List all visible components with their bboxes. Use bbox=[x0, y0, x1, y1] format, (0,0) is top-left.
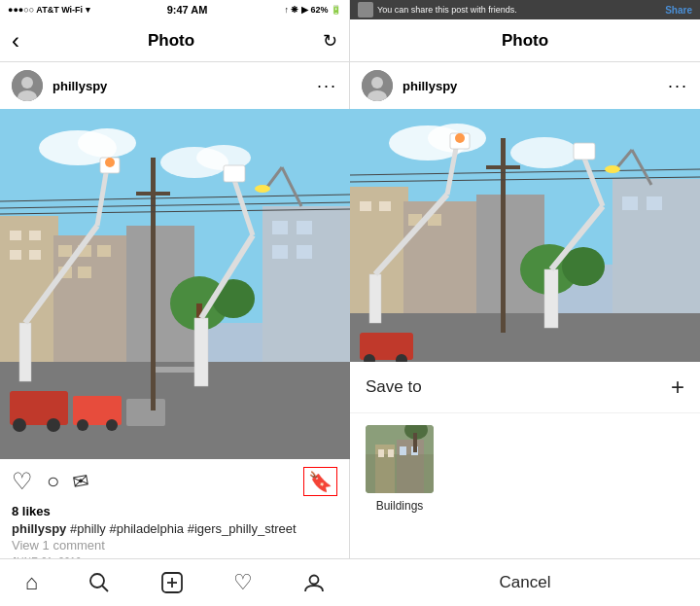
post-header-right: phillyspy ··· bbox=[350, 62, 700, 109]
collections-row: Buildings bbox=[350, 413, 700, 524]
svg-point-34 bbox=[77, 419, 88, 431]
svg-rect-36 bbox=[126, 399, 165, 426]
svg-point-27 bbox=[212, 279, 255, 318]
svg-rect-24 bbox=[297, 245, 312, 259]
avatar-right[interactable] bbox=[362, 70, 393, 101]
action-bar-left: ♡ ○ ✉ 🔖 bbox=[0, 459, 349, 504]
svg-point-1 bbox=[21, 77, 33, 89]
notification-thumbnail bbox=[358, 2, 373, 18]
svg-rect-47 bbox=[194, 318, 208, 386]
svg-rect-84 bbox=[486, 165, 520, 169]
nav-bar-left: ‹ Photo ↻ bbox=[0, 19, 349, 62]
bookmark-button[interactable]: 🔖 bbox=[303, 467, 337, 496]
svg-rect-15 bbox=[29, 250, 41, 260]
svg-point-61 bbox=[371, 77, 383, 89]
likes-tab[interactable]: ♡ bbox=[233, 570, 253, 595]
svg-rect-71 bbox=[360, 201, 371, 211]
svg-rect-75 bbox=[622, 196, 638, 210]
status-carrier-left: ●●●○○ AT&T Wi-Fi ▾ bbox=[8, 5, 90, 15]
svg-rect-50 bbox=[224, 165, 245, 182]
svg-point-35 bbox=[106, 419, 118, 431]
caption-username[interactable]: phillyspy bbox=[12, 521, 66, 536]
likes-count: 8 likes bbox=[12, 504, 337, 518]
svg-rect-72 bbox=[379, 201, 391, 211]
svg-point-46 bbox=[105, 158, 115, 167]
svg-rect-14 bbox=[10, 250, 21, 260]
add-collection-button[interactable]: + bbox=[671, 374, 684, 401]
svg-rect-42 bbox=[19, 323, 31, 381]
post-image-left bbox=[0, 109, 350, 459]
svg-rect-104 bbox=[388, 449, 394, 457]
svg-rect-20 bbox=[78, 267, 91, 278]
post-header-left: phillyspy ··· bbox=[0, 62, 349, 109]
svg-rect-29 bbox=[156, 367, 194, 373]
svg-rect-18 bbox=[97, 245, 111, 257]
cancel-area: Cancel bbox=[350, 558, 700, 606]
collection-thumbnail bbox=[366, 425, 434, 493]
comment-icon[interactable]: ○ bbox=[47, 469, 59, 494]
nav-bar-right: Photo bbox=[350, 19, 700, 62]
collection-item-buildings[interactable]: Buildings bbox=[366, 425, 434, 513]
profile-tab[interactable] bbox=[303, 572, 325, 593]
svg-point-5 bbox=[78, 128, 136, 158]
svg-rect-23 bbox=[272, 245, 288, 259]
bottom-nav: ⌂ ♡ bbox=[0, 558, 350, 606]
username-left[interactable]: phillyspy bbox=[52, 79, 307, 93]
bookmark-icon: 🔖 bbox=[308, 471, 332, 492]
page-title-left: Photo bbox=[148, 31, 194, 51]
more-options-left[interactable]: ··· bbox=[317, 76, 337, 96]
cancel-button[interactable]: Cancel bbox=[500, 573, 551, 592]
right-panel: You can share this post with friends. Sh… bbox=[350, 0, 700, 606]
collection-name: Buildings bbox=[376, 499, 424, 513]
left-panel: ●●●○○ AT&T Wi-Fi ▾ 9:47 AM ↑ ❋ ▶ 62% 🔋 ‹… bbox=[0, 0, 350, 606]
svg-rect-38 bbox=[136, 192, 170, 196]
svg-rect-87 bbox=[369, 274, 381, 323]
svg-point-31 bbox=[13, 418, 26, 432]
notification-share-button[interactable]: Share bbox=[665, 5, 692, 16]
back-button[interactable]: ‹ bbox=[12, 29, 19, 53]
svg-rect-12 bbox=[10, 231, 21, 240]
svg-point-54 bbox=[90, 574, 104, 588]
refresh-button[interactable]: ↻ bbox=[323, 32, 337, 50]
notification-banner: You can share this post with friends. Sh… bbox=[350, 0, 700, 19]
carrier-text: ●●●○○ AT&T Wi-Fi ▾ bbox=[8, 5, 90, 15]
search-tab[interactable] bbox=[88, 572, 110, 593]
status-bar-left: ●●●○○ AT&T Wi-Fi ▾ 9:47 AM ↑ ❋ ▶ 62% 🔋 bbox=[0, 0, 349, 19]
svg-rect-102 bbox=[366, 454, 434, 493]
svg-rect-13 bbox=[29, 231, 41, 240]
svg-rect-16 bbox=[58, 245, 72, 257]
svg-rect-92 bbox=[544, 269, 558, 328]
caption-text: #philly #philadelphia #igers_philly_stre… bbox=[66, 521, 296, 536]
svg-point-53 bbox=[255, 185, 270, 193]
svg-rect-103 bbox=[378, 449, 384, 457]
notification-left: You can share this post with friends. bbox=[358, 2, 517, 18]
post-caption: phillyspy #philly #philadelphia #igers_p… bbox=[12, 521, 337, 536]
svg-line-55 bbox=[102, 586, 108, 591]
svg-point-32 bbox=[47, 418, 60, 432]
status-icons-left: ↑ ❋ ▶ 62% 🔋 bbox=[284, 5, 341, 15]
svg-rect-95 bbox=[574, 143, 595, 160]
share-icon[interactable]: ✉ bbox=[71, 469, 91, 495]
save-to-label: Save to bbox=[366, 377, 422, 397]
svg-point-59 bbox=[310, 576, 319, 585]
svg-rect-22 bbox=[297, 221, 312, 234]
status-time-left: 9:47 AM bbox=[167, 4, 208, 16]
svg-rect-76 bbox=[647, 196, 662, 210]
like-icon[interactable]: ♡ bbox=[12, 468, 33, 495]
save-to-bar: Save to + bbox=[350, 362, 700, 413]
view-comments[interactable]: View 1 comment bbox=[12, 538, 337, 553]
svg-rect-105 bbox=[400, 446, 406, 455]
username-right[interactable]: phillyspy bbox=[402, 79, 658, 93]
home-tab[interactable]: ⌂ bbox=[25, 570, 38, 595]
svg-point-98 bbox=[605, 165, 620, 173]
add-tab[interactable] bbox=[160, 571, 184, 594]
svg-point-91 bbox=[455, 133, 465, 143]
avatar-left[interactable] bbox=[12, 70, 43, 101]
page-title-right: Photo bbox=[502, 31, 548, 51]
svg-rect-21 bbox=[272, 221, 288, 234]
notification-text: You can share this post with friends. bbox=[377, 5, 517, 15]
svg-point-66 bbox=[510, 137, 578, 168]
more-options-right[interactable]: ··· bbox=[668, 76, 688, 96]
svg-rect-108 bbox=[413, 433, 417, 452]
post-image-right bbox=[350, 109, 700, 362]
